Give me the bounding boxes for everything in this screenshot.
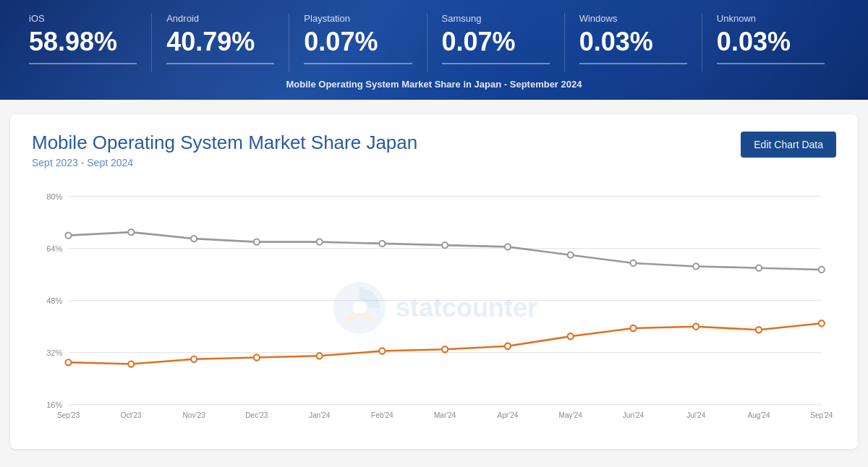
svg-point-25 — [66, 359, 72, 365]
svg-point-34 — [630, 325, 636, 331]
svg-point-13 — [128, 229, 134, 235]
stat-item-playstation: Playstation 0.07% — [289, 13, 427, 72]
chart-header: Mobile Operating System Market Share Jap… — [32, 132, 836, 168]
stat-value: 0.07% — [304, 27, 412, 64]
svg-text:Apr'24: Apr'24 — [497, 411, 518, 419]
svg-text:Feb'24: Feb'24 — [371, 411, 393, 419]
stat-label: Android — [166, 13, 274, 24]
chart-area: statcounter 16%32%48%64%80%Sep'23Oct'23N… — [32, 181, 836, 434]
svg-point-21 — [630, 260, 636, 266]
edit-chart-button[interactable]: Edit Chart Data — [741, 132, 836, 158]
chart-title-block: Mobile Operating System Market Share Jap… — [32, 132, 417, 168]
svg-text:Mar'24: Mar'24 — [434, 411, 456, 419]
svg-point-36 — [756, 327, 762, 333]
stat-item-ios: iOS 58.98% — [29, 13, 152, 72]
svg-point-20 — [568, 252, 574, 258]
svg-text:Sep'23: Sep'23 — [57, 411, 80, 419]
svg-text:Jan'24: Jan'24 — [309, 411, 331, 419]
svg-text:80%: 80% — [46, 192, 62, 201]
svg-text:16%: 16% — [46, 400, 62, 409]
svg-text:64%: 64% — [46, 244, 62, 253]
svg-point-28 — [254, 354, 260, 360]
stat-value: 0.03% — [717, 27, 825, 64]
svg-text:Nov'23: Nov'23 — [183, 411, 205, 419]
stat-value: 0.03% — [579, 27, 687, 64]
svg-point-18 — [442, 242, 448, 248]
stat-label: Playstation — [304, 13, 412, 24]
chart-title: Mobile Operating System Market Share Jap… — [32, 132, 417, 154]
svg-point-31 — [442, 346, 448, 352]
stats-row: iOS 58.98% Android 40.79% Playstation 0.… — [29, 13, 839, 72]
stat-item-android: Android 40.79% — [152, 13, 289, 72]
header-subtitle: Mobile Operating System Market Share in … — [29, 79, 839, 90]
svg-point-23 — [756, 265, 762, 271]
header-banner: iOS 58.98% Android 40.79% Playstation 0.… — [0, 0, 868, 100]
svg-point-35 — [693, 324, 699, 330]
svg-point-22 — [693, 263, 699, 269]
svg-text:32%: 32% — [46, 348, 62, 357]
svg-point-30 — [379, 348, 385, 354]
svg-text:48%: 48% — [46, 296, 62, 305]
svg-point-26 — [128, 361, 134, 367]
svg-point-32 — [505, 343, 511, 349]
svg-point-15 — [254, 239, 260, 245]
stat-item-windows: Windows 0.03% — [565, 13, 702, 72]
svg-point-14 — [191, 236, 197, 241]
stat-label: Windows — [579, 13, 687, 24]
svg-text:Jul'24: Jul'24 — [686, 411, 705, 419]
svg-point-33 — [568, 333, 574, 339]
stat-item-samsung: Samsung 0.07% — [427, 13, 565, 72]
svg-text:Oct'23: Oct'23 — [121, 411, 142, 419]
stat-value: 0.07% — [442, 27, 550, 64]
svg-point-29 — [317, 353, 323, 359]
svg-text:Aug'24: Aug'24 — [747, 411, 770, 419]
chart-subtitle: Sept 2023 - Sept 2024 — [32, 157, 417, 168]
svg-text:May'24: May'24 — [559, 411, 583, 419]
stat-value: 58.98% — [29, 27, 137, 64]
stat-label: Unknown — [717, 13, 825, 24]
stat-item-unknown: Unknown 0.03% — [702, 13, 839, 72]
svg-point-17 — [379, 241, 385, 247]
stat-label: iOS — [29, 13, 137, 24]
svg-point-19 — [505, 244, 511, 249]
stat-label: Samsung — [442, 13, 550, 24]
svg-point-37 — [819, 320, 825, 326]
svg-text:Dec'23: Dec'23 — [245, 411, 268, 419]
stat-value: 40.79% — [166, 27, 274, 64]
svg-point-27 — [191, 356, 197, 362]
svg-text:Sep'24: Sep'24 — [810, 411, 833, 419]
svg-point-12 — [66, 233, 72, 239]
chart-section: Mobile Operating System Market Share Jap… — [10, 114, 858, 449]
svg-point-24 — [819, 267, 825, 273]
svg-point-16 — [317, 239, 323, 245]
svg-text:Jun'24: Jun'24 — [623, 411, 644, 419]
